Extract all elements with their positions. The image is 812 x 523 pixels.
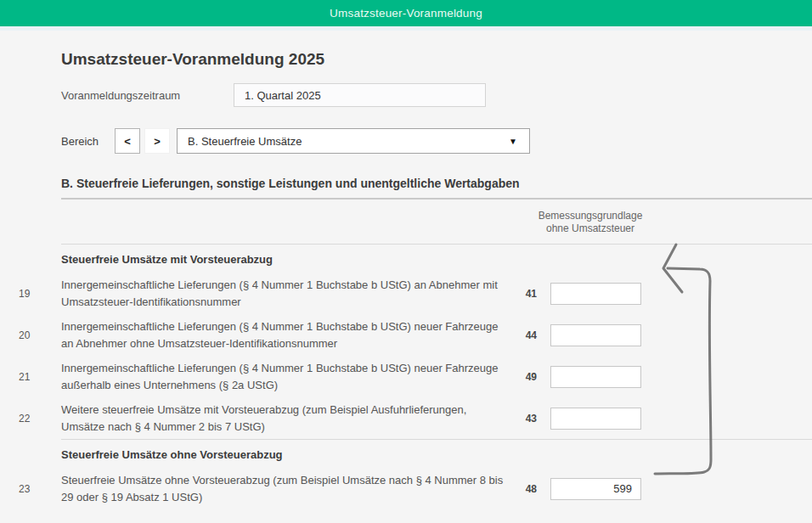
- row-line-number: 23: [0, 483, 61, 495]
- period-row: Voranmeldungszeitraum: [61, 83, 812, 107]
- form-row: 21 Innergemeinschaftliche Lieferungen (§…: [0, 356, 812, 397]
- group-rows: 19 Innergemeinschaftliche Lieferungen (§…: [61, 273, 812, 439]
- chevron-right-icon: >: [154, 135, 161, 148]
- row-code: 48: [505, 483, 537, 495]
- amount-input[interactable]: [550, 408, 641, 430]
- row-code: 43: [505, 413, 537, 425]
- section-nav-row: Bereich < > B. Steuerfreie Umsätze ▼: [61, 128, 812, 154]
- row-description: Steuerfreie Umsätze ohne Vorsteuerabzug …: [61, 472, 505, 506]
- row-description: Weitere steuerfreie Umsätze mit Vorsteue…: [61, 402, 505, 436]
- header-divider-strip: [0, 26, 812, 31]
- group-rows: 23 Steuerfreie Umsätze ohne Vorsteuerabz…: [61, 468, 812, 509]
- app-window: Umsatzsteuer-Voranmeldung Umsatzsteuer-V…: [0, 0, 812, 523]
- row-line-number: 20: [0, 329, 61, 341]
- previous-section-button[interactable]: <: [115, 128, 140, 154]
- amount-input[interactable]: [550, 283, 641, 305]
- form-row: 23 Steuerfreie Umsätze ohne Vorsteuerabz…: [0, 468, 812, 509]
- amount-input[interactable]: [550, 478, 641, 500]
- row-description: Innergemeinschaftliche Lieferungen (§ 4 …: [61, 277, 505, 311]
- period-label: Voranmeldungszeitraum: [61, 89, 234, 102]
- form-row: 20 Innergemeinschaftliche Lieferungen (§…: [0, 314, 812, 356]
- form-group: Steuerfreie Umsätze ohne Vorsteuerabzug …: [61, 439, 812, 509]
- chevron-down-icon: ▼: [509, 137, 517, 146]
- row-description: Innergemeinschaftliche Lieferungen (§ 4 …: [61, 360, 505, 394]
- bereich-label: Bereich: [61, 135, 115, 148]
- next-section-button[interactable]: >: [144, 128, 170, 154]
- app-header-title: Umsatzsteuer-Voranmeldung: [330, 7, 482, 20]
- amount-input[interactable]: [550, 366, 641, 388]
- bereich-select-value: B. Steuerfreie Umsätze: [188, 135, 509, 148]
- row-code: 49: [505, 371, 537, 383]
- column-header-line2: ohne Umsatzsteuer: [535, 222, 646, 235]
- row-line-number: 21: [0, 371, 61, 383]
- group-heading: Steuerfreie Umsätze ohne Vorsteuerabzug: [61, 440, 812, 468]
- column-header-line1: Bemessungsgrundlage: [535, 210, 646, 222]
- row-code: 44: [505, 329, 537, 341]
- form-row: 19 Innergemeinschaftliche Lieferungen (§…: [0, 273, 812, 314]
- column-header: Bemessungsgrundlage ohne Umsatzsteuer: [535, 210, 646, 234]
- section-heading: B. Steuerfreie Lieferungen, sonstige Lei…: [61, 177, 812, 190]
- form-group: Steuerfreie Umsätze mit Vorsteuerabzug 1…: [61, 244, 812, 439]
- period-input[interactable]: [234, 83, 486, 107]
- row-line-number: 22: [0, 413, 61, 425]
- row-description: Innergemeinschaftliche Lieferungen (§ 4 …: [61, 318, 505, 352]
- chevron-left-icon: <: [124, 135, 131, 148]
- app-header-bar: Umsatzsteuer-Voranmeldung: [0, 0, 812, 26]
- bereich-select[interactable]: B. Steuerfreie Umsätze ▼: [177, 128, 530, 154]
- group-heading: Steuerfreie Umsätze mit Vorsteuerabzug: [61, 245, 812, 273]
- row-line-number: 19: [0, 288, 61, 300]
- page-title: Umsatzsteuer-Voranmeldung 2025: [61, 50, 812, 69]
- amount-input[interactable]: [550, 324, 641, 346]
- form-body: Steuerfreie Umsätze mit Vorsteuerabzug 1…: [0, 244, 812, 509]
- section-divider: [61, 198, 812, 200]
- form-row: 22 Weitere steuerfreie Umsätze mit Vorst…: [0, 397, 812, 439]
- row-code: 41: [505, 288, 537, 300]
